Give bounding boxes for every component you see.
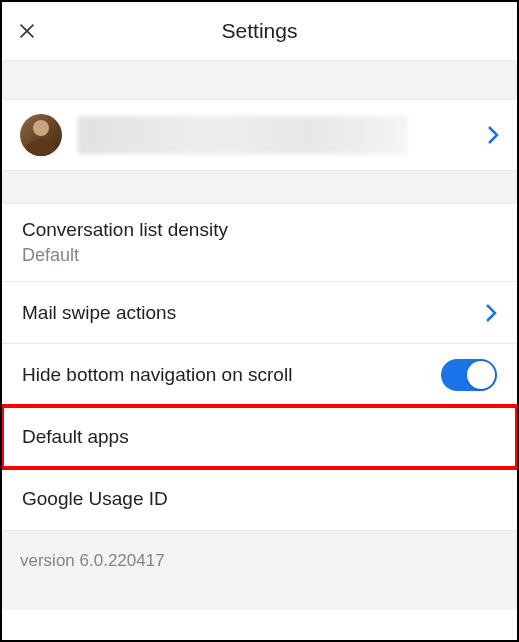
hide-bottom-nav-toggle[interactable] <box>441 359 497 391</box>
header: Settings <box>2 2 517 60</box>
footer: version 6.0.220417 <box>2 530 517 610</box>
version-label: version 6.0.220417 <box>20 551 499 571</box>
conversation-density-row[interactable]: Conversation list density Default <box>2 204 517 282</box>
close-button[interactable] <box>2 2 52 60</box>
row-value: Default <box>22 245 79 266</box>
page-title: Settings <box>222 19 298 43</box>
avatar <box>20 114 62 156</box>
close-icon <box>16 20 38 42</box>
account-row[interactable] <box>2 100 517 170</box>
row-label: Mail swipe actions <box>22 302 485 324</box>
toggle-knob <box>467 361 495 389</box>
row-label: Hide bottom navigation on scroll <box>22 364 441 386</box>
account-name-redacted <box>78 116 407 154</box>
default-apps-row[interactable]: Default apps <box>2 406 517 468</box>
google-usage-id-row[interactable]: Google Usage ID <box>2 468 517 530</box>
chevron-right-icon <box>487 125 499 145</box>
row-label: Conversation list density <box>22 219 228 241</box>
chevron-right-icon <box>485 303 497 323</box>
hide-bottom-nav-row[interactable]: Hide bottom navigation on scroll <box>2 344 517 406</box>
row-label: Default apps <box>22 426 129 448</box>
section-divider <box>2 170 517 204</box>
mail-swipe-row[interactable]: Mail swipe actions <box>2 282 517 344</box>
settings-list: Conversation list density Default Mail s… <box>2 204 517 530</box>
section-divider <box>2 60 517 100</box>
row-label: Google Usage ID <box>22 488 168 510</box>
